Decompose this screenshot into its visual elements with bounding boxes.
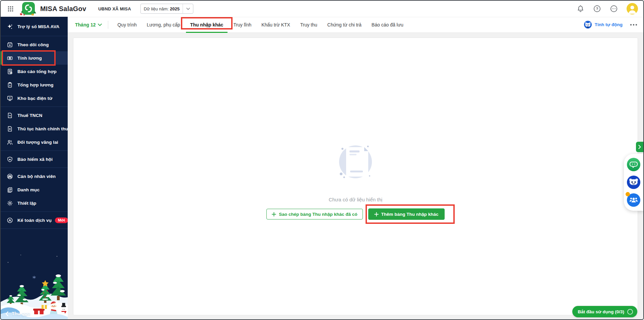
sidebar-divider — [1, 150, 68, 151]
sidebar-item-can-bo-nhan-vien[interactable]: Cán bộ nhân viên — [1, 170, 68, 183]
support-chat-button[interactable] — [627, 158, 640, 171]
sidebar-item-label: Tính lương — [17, 56, 42, 61]
sidebar-item-label: Tổng hợp lương — [17, 82, 54, 87]
chevron-down-icon[interactable] — [183, 8, 193, 10]
sidebar: Trợ lý số MISA AVATheo dõi công$Tính lươ… — [1, 17, 68, 319]
tab-luong-phu-cap[interactable]: Lương, phụ cấp — [142, 17, 185, 33]
sidebar-divider — [1, 36, 68, 36]
sidebar-divider — [1, 211, 68, 212]
notifications-bell-icon[interactable] — [576, 5, 584, 13]
sidebar-item-tro-ly-so-misa-ava[interactable]: Trợ lý số MISA AVA — [1, 19, 68, 34]
tab-bao-cao-da-luu[interactable]: Báo cáo đã lưu — [367, 17, 408, 33]
notification-dot — [626, 192, 630, 196]
sidebar-item-label: Kho bạc điện tử — [17, 96, 52, 101]
tab-thu-nhap-khac[interactable]: Thu nhập khác — [185, 17, 229, 33]
add-other-income-table-button[interactable]: Thêm bảng Thu nhập khác — [368, 208, 445, 220]
copy-button-label: Sao chép bảng Thu nhập khác đã có — [279, 212, 357, 217]
ribbon-more-icon[interactable] — [630, 24, 637, 26]
report-icon: $ — [6, 68, 13, 75]
sidebar-item-label: Danh mục — [17, 187, 40, 192]
tab-truy-linh[interactable]: Truy lĩnh — [228, 17, 256, 33]
tab-truy-thu[interactable]: Truy thu — [295, 17, 322, 33]
svg-text:$: $ — [9, 84, 10, 86]
empty-state: Chưa có dữ liệu hiển thị Sao chép bảng T… — [73, 141, 638, 220]
tab-label: Truy thu — [300, 22, 317, 27]
app-grid-menu-icon[interactable] — [6, 4, 15, 13]
banknote-icon: $ — [6, 55, 13, 61]
ava-assistant-button[interactable] — [627, 176, 640, 189]
chevron-left-icon — [5, 311, 8, 316]
help-icon[interactable]: ? — [593, 5, 601, 13]
sidebar-item-theo-doi-cong[interactable]: Theo dõi công — [1, 38, 68, 51]
shield-heart-icon — [6, 156, 13, 163]
empty-state-actions: Sao chép bảng Thu nhập khác đã có Thêm b… — [73, 208, 638, 220]
gear-icon — [6, 200, 13, 206]
tab-label: Khấu trừ KTX — [261, 22, 290, 27]
tab-label: Truy lĩnh — [233, 22, 251, 27]
user-avatar[interactable] — [627, 3, 638, 14]
auto-calc-toggle[interactable]: Tính tự động — [584, 20, 623, 29]
sidebar-divider — [1, 229, 68, 229]
chevron-right-icon — [638, 145, 641, 149]
content-panel: Chưa có dữ liệu hiển thị Sao chép bảng T… — [73, 38, 638, 315]
chevron-down-icon — [98, 23, 102, 26]
sidebar-item-doi-tuong-vang-lai[interactable]: Đối tượng vãng lai — [1, 135, 68, 149]
sidebar-collapse-button[interactable]: Thu gọn — [5, 311, 30, 316]
sidebar-item-ke-toan-dich-vu[interactable]: Kế toán dịch vụMới — [1, 213, 68, 227]
sidebar-item-label: Đối tượng vãng lai — [17, 140, 58, 145]
sidebar-item-thue-tncn[interactable]: %Thuế TNCN — [1, 109, 68, 122]
month-selector[interactable]: Tháng 12 — [75, 22, 102, 27]
tab-khau-tru-ktx[interactable]: Khấu trừ KTX — [256, 17, 295, 33]
month-label: Tháng 12 — [75, 22, 95, 27]
tab-chung-tu-chi-tra[interactable]: Chứng từ chi trả — [322, 17, 367, 33]
tab-label: Chứng từ chi trả — [327, 22, 362, 27]
sidebar-item-label: Kế toán dịch vụ — [17, 218, 52, 223]
sidebar-item-label: Trợ lý số MISA AVA — [17, 24, 59, 29]
sidebar-divider — [1, 168, 68, 168]
sidebar-item-tong-hop-luong[interactable]: $Tổng hợp lương — [1, 78, 68, 91]
sidebar-item-danh-muc[interactable]: Danh mục — [1, 183, 68, 196]
sidebar-item-thiet-lap[interactable]: Thiết lập — [1, 196, 68, 210]
community-button[interactable] — [627, 193, 640, 207]
sidebar-item-bao-cao-tong-hop[interactable]: $Báo cáo tổng hợp — [1, 65, 68, 78]
new-badge: Mới — [55, 217, 68, 223]
year-value: 2025 — [170, 6, 180, 11]
people-icon — [6, 139, 13, 145]
plus-icon — [374, 212, 379, 216]
sidebar-item-kho-bac-dien-tu[interactable]: $Kho bạc điện tử — [1, 91, 68, 105]
dock-expand-button[interactable] — [636, 142, 643, 152]
more-options-icon[interactable] — [610, 5, 618, 13]
app-title: MISA SalaGov — [40, 5, 86, 13]
svg-text:%: % — [9, 115, 11, 117]
content-area: Chưa có dữ liệu hiển thị Sao chép bảng T… — [68, 33, 643, 319]
top-header: MISA SalaGov UBND XÃ MISA Dữ liệu năm: 2… — [1, 1, 643, 17]
collapse-label: Thu gọn — [12, 311, 30, 316]
monitor-dollar-icon: $ — [6, 95, 13, 102]
sidebar-item-tinh-luong[interactable]: $Tính lương — [1, 51, 68, 65]
svg-text:?: ? — [596, 7, 598, 11]
plus-icon — [272, 212, 276, 216]
get-started-button[interactable]: Bắt đầu sử dụng (0/3) — [572, 306, 637, 317]
sparkle-icon — [6, 23, 13, 30]
tab-quy-trinh[interactable]: Quy trình — [112, 17, 142, 33]
sidebar-item-thu-tuc-hanh-chinh-thue[interactable]: Thủ tục hành chính thuế — [1, 122, 68, 135]
sidebar-item-label: Bảo hiểm xã hội — [17, 157, 53, 162]
copy-other-income-table-button[interactable]: Sao chép bảng Thu nhập khác đã có — [266, 209, 363, 219]
sidebar-item-label: Theo dõi công — [17, 42, 49, 47]
ava-assistant-icon — [627, 176, 640, 189]
ribbon-bar: Tháng 12 Quy trìnhLương, phụ cấpThu nhập… — [68, 17, 643, 33]
sidebar-item-label: Thiết lập — [17, 201, 36, 206]
add-button-label: Thêm bảng Thu nhập khác — [381, 212, 439, 217]
a-circle-icon — [6, 217, 13, 223]
people-circle-icon — [6, 173, 13, 180]
doc-plus-icon — [6, 125, 13, 132]
calendar-plus-icon — [6, 41, 13, 48]
sidebar-item-bao-hiem-xa-hoi[interactable]: Bảo hiểm xã hội — [1, 152, 68, 166]
empty-document-illustration — [330, 141, 381, 187]
year-label: Dữ liệu năm: — [144, 6, 169, 11]
sidebar-divider — [1, 107, 68, 107]
header-actions: ? — [576, 3, 638, 14]
ribbon-actions: Tính tự động — [584, 20, 643, 29]
sidebar-item-label: Thuế TNCN — [17, 113, 42, 118]
data-year-selector[interactable]: Dữ liệu năm: 2025 — [140, 4, 193, 14]
